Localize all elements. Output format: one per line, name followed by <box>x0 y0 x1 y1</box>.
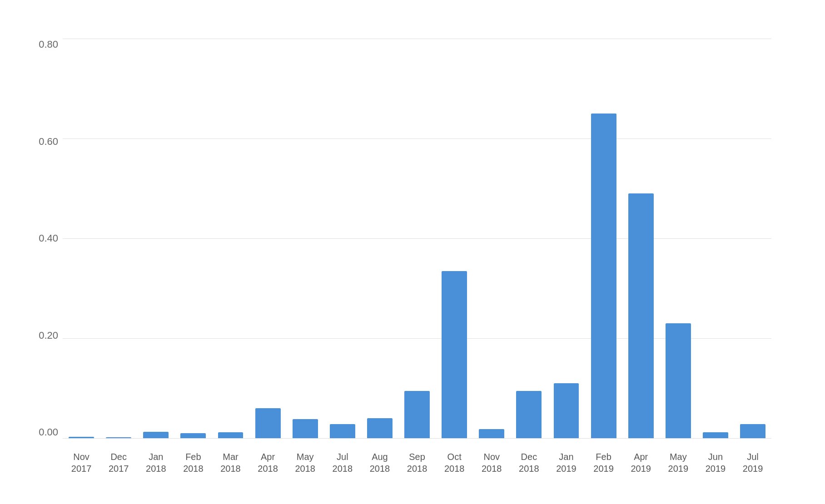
bar-2 <box>143 432 169 438</box>
bar-5 <box>255 408 281 438</box>
bar-group-0 <box>63 39 100 438</box>
y-label-040: 0.40 <box>33 232 58 244</box>
bar-1 <box>106 437 131 438</box>
y-label-080: 0.80 <box>33 39 58 50</box>
bar-group-6 <box>287 39 324 438</box>
bar-group-16 <box>660 39 697 438</box>
x-labels: Nov2017Dec2017Jan2018Feb2018Mar2018Apr20… <box>63 451 771 474</box>
bar-7 <box>330 424 355 438</box>
x-label-13: Jan2019 <box>547 451 585 474</box>
bar-group-10 <box>436 39 473 438</box>
x-label-14: Feb2019 <box>585 451 622 474</box>
bar-17 <box>703 432 728 438</box>
bar-group-4 <box>212 39 249 438</box>
bar-4 <box>218 432 244 438</box>
bar-15 <box>628 193 654 438</box>
bar-0 <box>69 437 94 438</box>
bar-10 <box>442 271 467 439</box>
y-label-020: 0.20 <box>33 330 58 341</box>
x-label-16: May2019 <box>660 451 697 474</box>
bar-group-11 <box>473 39 510 438</box>
x-label-15: Apr2019 <box>622 451 660 474</box>
x-label-6: May2018 <box>287 451 324 474</box>
bar-group-18 <box>734 39 771 438</box>
bar-8 <box>367 418 393 438</box>
x-label-9: Sep2018 <box>398 451 436 474</box>
bar-group-9 <box>398 39 436 438</box>
bar-group-14 <box>585 39 622 438</box>
bar-group-17 <box>697 39 734 438</box>
bar-9 <box>404 391 430 439</box>
bar-13 <box>554 383 579 438</box>
x-label-4: Mar2018 <box>212 451 249 474</box>
x-label-1: Dec2017 <box>100 451 137 474</box>
x-label-10: Oct2018 <box>436 451 473 474</box>
bar-14 <box>591 114 616 438</box>
bar-3 <box>180 433 206 438</box>
x-label-0: Nov2017 <box>63 451 100 474</box>
x-label-12: Dec2018 <box>510 451 547 474</box>
bar-6 <box>293 419 318 438</box>
bar-group-1 <box>100 39 137 438</box>
bar-group-15 <box>622 39 660 438</box>
chart-container: 0.80 0.60 0.40 0.20 0.00 Nov2017Dec2017J… <box>26 20 799 484</box>
bar-group-13 <box>547 39 585 438</box>
x-label-11: Nov2018 <box>473 451 510 474</box>
bar-18 <box>740 424 765 438</box>
x-label-2: Jan2018 <box>137 451 174 474</box>
y-axis-labels: 0.80 0.60 0.40 0.20 0.00 <box>33 39 58 438</box>
bar-group-7 <box>324 39 361 438</box>
x-label-7: Jul2018 <box>324 451 361 474</box>
bar-group-12 <box>510 39 547 438</box>
bar-12 <box>516 391 542 439</box>
x-label-17: Jun2019 <box>697 451 734 474</box>
x-label-18: Jul2019 <box>734 451 771 474</box>
x-label-5: Apr2018 <box>249 451 287 474</box>
y-label-000: 0.00 <box>33 426 58 438</box>
bar-group-2 <box>137 39 174 438</box>
y-label-060: 0.60 <box>33 136 58 148</box>
bar-11 <box>479 429 504 438</box>
bar-group-3 <box>174 39 212 438</box>
bars-area <box>63 39 771 438</box>
chart-area: 0.80 0.60 0.40 0.20 0.00 Nov2017Dec2017J… <box>63 39 771 438</box>
bar-group-5 <box>249 39 287 438</box>
x-label-3: Feb2018 <box>174 451 212 474</box>
bar-group-8 <box>361 39 398 438</box>
x-label-8: Aug2018 <box>361 451 398 474</box>
bar-16 <box>666 323 691 438</box>
grid-line-000 <box>63 438 771 439</box>
